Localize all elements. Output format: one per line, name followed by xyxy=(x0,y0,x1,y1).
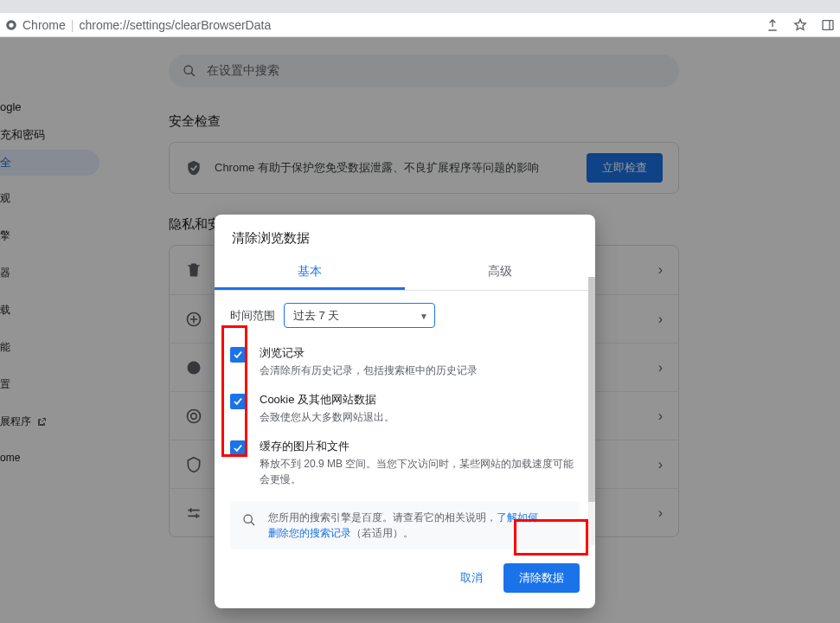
side-panel-icon[interactable] xyxy=(821,18,835,32)
checkbox-checked-icon[interactable] xyxy=(230,347,246,363)
svg-point-1 xyxy=(9,22,13,27)
search-engine-info: 您所用的搜索引擎是百度。请查看它的相关说明，了解如何删除您的搜索记录（若适用）。 xyxy=(230,501,580,549)
option-cookies[interactable]: Cookie 及其他网站数据 会致使您从大多数网站退出。 xyxy=(230,385,580,432)
option-title: Cookie 及其他网站数据 xyxy=(260,392,394,408)
time-range-label: 时间范围 xyxy=(230,308,275,324)
url-text[interactable]: chrome://settings/clearBrowserData xyxy=(79,18,271,32)
svg-point-10 xyxy=(244,515,252,523)
time-range-row: 时间范围 过去 7 天 ▼ xyxy=(230,303,580,328)
chrome-logo-icon xyxy=(5,19,17,31)
clear-browsing-data-dialog: 清除浏览数据 基本 高级 时间范围 过去 7 天 ▼ xyxy=(215,215,595,608)
address-bar: Chrome | chrome://settings/clearBrowserD… xyxy=(0,13,840,37)
tab-strip xyxy=(0,0,840,13)
dialog-title: 清除浏览数据 xyxy=(215,215,595,255)
site-identity-label[interactable]: Chrome xyxy=(22,18,66,32)
dialog-actions: 取消 清除数据 xyxy=(215,549,595,608)
tab-advanced[interactable]: 高级 xyxy=(405,255,595,290)
share-icon[interactable] xyxy=(766,18,779,32)
option-desc: 释放不到 20.9 MB 空间。当您下次访问时，某些网站的加载速度可能会更慢。 xyxy=(260,456,580,487)
dialog-body: 时间范围 过去 7 天 ▼ 浏览记录 会清除所有历史记录，包括搜索框中的历史记录 xyxy=(215,291,595,549)
option-title: 浏览记录 xyxy=(260,345,478,361)
separator: | xyxy=(71,18,74,32)
option-browsing-history[interactable]: 浏览记录 会清除所有历史记录，包括搜索框中的历史记录 xyxy=(230,338,580,385)
settings-page: ogle 充和密码 全 观 擎 器 载 能 置 展程序 ome 在设置中搜索 安… xyxy=(0,37,840,623)
dialog-tabs: 基本 高级 xyxy=(215,255,595,291)
search-icon xyxy=(242,513,256,541)
tab-basic[interactable]: 基本 xyxy=(215,255,405,290)
checkbox-list: 浏览记录 会清除所有历史记录，包括搜索框中的历史记录 Cookie 及其他网站数… xyxy=(230,338,580,494)
option-desc: 会致使您从大多数网站退出。 xyxy=(260,409,394,425)
checkbox-checked-icon[interactable] xyxy=(230,440,246,456)
bookmark-star-icon[interactable] xyxy=(793,18,807,32)
clear-data-button[interactable]: 清除数据 xyxy=(503,563,580,593)
svg-rect-2 xyxy=(823,20,833,29)
svg-line-11 xyxy=(251,522,254,525)
option-cached-files[interactable]: 缓存的图片和文件 释放不到 20.9 MB 空间。当您下次访问时，某些网站的加载… xyxy=(230,432,580,494)
cancel-button[interactable]: 取消 xyxy=(448,563,495,593)
checkbox-checked-icon[interactable] xyxy=(230,394,246,409)
info-text: 您所用的搜索引擎是百度。请查看它的相关说明，了解如何删除您的搜索记录（若适用）。 xyxy=(268,510,545,541)
option-desc: 会清除所有历史记录，包括搜索框中的历史记录 xyxy=(260,363,478,378)
option-title: 缓存的图片和文件 xyxy=(260,439,580,454)
time-range-select[interactable]: 过去 7 天 xyxy=(284,303,435,328)
info-text-prefix: 您所用的搜索引擎是百度。请查看它的相关说明， xyxy=(268,511,497,523)
info-text-suffix: （若适用）。 xyxy=(351,527,414,539)
